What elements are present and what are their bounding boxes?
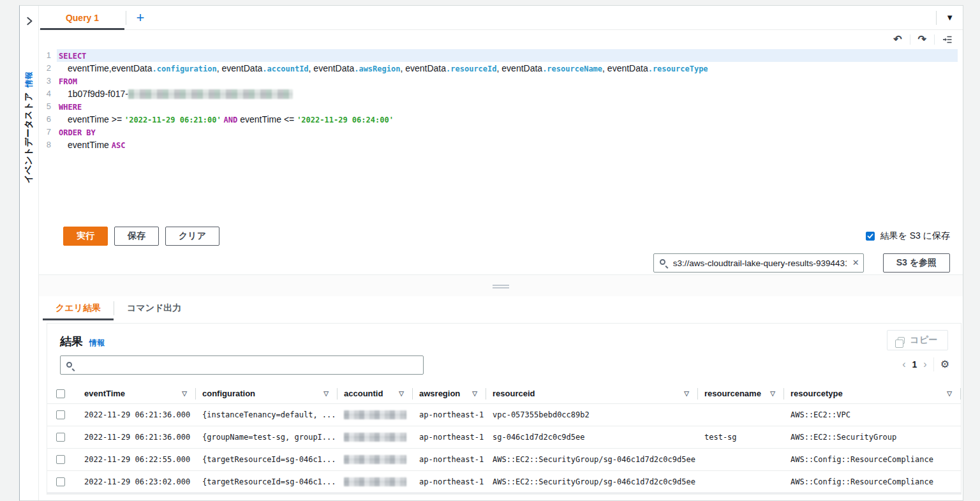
code-line[interactable]: 6eventTime >= '2022-11-29 06:21:00' AND … xyxy=(39,113,958,126)
cell-resourcename xyxy=(698,404,784,426)
toolbar-separator xyxy=(910,34,910,45)
code-token: eventTime,eventData xyxy=(68,63,152,73)
row-checkbox[interactable] xyxy=(56,410,65,419)
event-data-store-sidebar: イベントデータストア 情報 xyxy=(20,6,39,500)
redacted-value xyxy=(344,477,406,486)
code-token: eventTime xyxy=(68,140,112,150)
code-token: .accountId xyxy=(262,64,308,73)
code-line[interactable]: 1SELECT xyxy=(39,49,958,62)
cell-awsregion: ap-northeast-1 xyxy=(413,471,486,493)
redacted-value xyxy=(344,433,406,442)
sql-editor[interactable]: 1SELECT2eventTime,eventData.configuratio… xyxy=(39,49,958,225)
cell-resourcename xyxy=(698,471,784,493)
line-number: 2 xyxy=(39,62,57,75)
code-token: '2022-11-29 06:21:00' xyxy=(124,116,221,124)
copy-button-label: コピー xyxy=(910,334,937,346)
select-all-checkbox[interactable] xyxy=(56,389,65,398)
code-line[interactable]: 3FROM xyxy=(39,75,958,87)
clear-button[interactable]: クリア xyxy=(165,227,219,246)
search-icon xyxy=(660,259,665,265)
clear-s3-path-icon[interactable]: ✕ xyxy=(852,258,859,267)
row-checkbox[interactable] xyxy=(56,433,65,442)
filter-icon[interactable]: ▽ xyxy=(399,390,404,397)
results-info-link[interactable]: 情報 xyxy=(89,338,105,348)
s3-path-row: ✕ S3 を参照 xyxy=(653,253,950,273)
next-page-icon[interactable]: › xyxy=(923,359,926,370)
line-number: 6 xyxy=(39,113,57,126)
code-line[interactable]: 8eventTime ASC xyxy=(39,138,958,151)
column-header-resourcename[interactable]: resourcename▽ xyxy=(698,384,784,403)
run-button[interactable]: 実行 xyxy=(63,227,108,246)
select-all-cell xyxy=(47,384,78,403)
s3-path-input[interactable] xyxy=(673,258,847,268)
copy-button[interactable]: コピー xyxy=(887,330,948,350)
sidebar-info-link[interactable]: 情報 xyxy=(24,72,34,87)
filter-icon[interactable]: ▽ xyxy=(472,390,477,397)
row-select-cell xyxy=(47,449,78,470)
tab-command-output[interactable]: コマンド出力 xyxy=(114,296,194,320)
filter-icon[interactable]: ▽ xyxy=(684,390,689,397)
row-checkbox[interactable] xyxy=(56,455,65,464)
cell-configuration: {groupName=test-sg, groupI... xyxy=(196,426,338,448)
code-token: WHERE xyxy=(59,103,82,112)
redo-icon[interactable]: ↷ xyxy=(918,34,926,45)
sidebar-expand-button[interactable] xyxy=(22,13,37,30)
code-token: 1b07f9d9-f017- xyxy=(68,89,128,99)
results-card: 結果 情報 コピー ‹ 1 › ⚙ xyxy=(47,323,961,495)
cell-resourceid: sg-046c1d7d2c0c9d5ee xyxy=(486,426,698,448)
panel-content: Query 1 + ▼ ↶ ↷ 1S xyxy=(39,6,963,500)
code-line[interactable]: 5WHERE xyxy=(39,100,958,113)
prev-page-icon[interactable]: ‹ xyxy=(902,359,905,370)
column-header-accountid[interactable]: accountid▽ xyxy=(338,384,413,403)
code-token: .configuration xyxy=(152,64,217,73)
filter-icon[interactable]: ▽ xyxy=(182,390,187,397)
column-header-awsregion[interactable]: awsregion▽ xyxy=(413,384,486,403)
column-label: accountid xyxy=(344,389,383,398)
column-header-resourcetype[interactable]: resourcetype▽ xyxy=(784,384,961,403)
tab-query-1[interactable]: Query 1 xyxy=(39,6,126,29)
cell-awsregion: ap-northeast-1 xyxy=(413,449,486,470)
save-button[interactable]: 保存 xyxy=(114,227,159,246)
save-to-s3-checkbox[interactable] xyxy=(866,232,875,241)
cell-resourcetype: AWS::Config::ResourceCompliance xyxy=(784,471,961,493)
column-header-eventTime[interactable]: eventTime▽ xyxy=(78,384,196,403)
cell-resourcetype: AWS::Config::ResourceCompliance xyxy=(784,449,961,470)
filter-icon[interactable]: ▽ xyxy=(323,390,329,397)
query-menu-caret-icon[interactable]: ▼ xyxy=(946,13,954,22)
results-tab-bar: クエリ結果 コマンド出力 xyxy=(43,296,194,320)
code-line[interactable]: 41b07f9d9-f017- xyxy=(39,87,958,100)
tab-query-results[interactable]: クエリ結果 xyxy=(43,296,114,320)
event-data-store-label: イベントデータストア xyxy=(23,93,34,184)
column-label: resourcename xyxy=(704,389,761,398)
filter-icon[interactable]: ▽ xyxy=(947,390,952,397)
filter-icon[interactable]: ▽ xyxy=(770,390,775,397)
column-header-configuration[interactable]: configuration▽ xyxy=(196,384,338,403)
column-header-resourceid[interactable]: resourceid▽ xyxy=(486,384,698,403)
cell-resourcetype: AWS::EC2::VPC xyxy=(784,404,961,426)
code-line[interactable]: 7ORDER BY xyxy=(39,126,958,138)
line-number: 5 xyxy=(39,100,57,113)
format-sql-icon[interactable] xyxy=(942,34,953,45)
code-line-content: SELECT xyxy=(57,49,958,62)
results-filter-input[interactable] xyxy=(61,356,423,374)
undo-icon[interactable]: ↶ xyxy=(893,34,902,45)
pagination: ‹ 1 › ⚙ xyxy=(902,357,949,371)
active-tab-underline xyxy=(40,28,124,30)
code-line[interactable]: 2eventTime,eventData.configuration, even… xyxy=(39,62,958,75)
line-number: 8 xyxy=(39,138,57,151)
gear-icon[interactable]: ⚙ xyxy=(940,359,949,370)
add-query-tab-button[interactable]: + xyxy=(126,6,154,29)
current-page[interactable]: 1 xyxy=(912,359,917,370)
row-checkbox[interactable] xyxy=(56,477,65,486)
row-select-cell xyxy=(47,404,78,426)
save-to-s3-label: 結果を S3 に保存 xyxy=(880,230,950,242)
code-token: eventTime <= xyxy=(237,114,297,124)
code-token: , eventData xyxy=(309,63,355,73)
browse-s3-button[interactable]: S3 を参照 xyxy=(883,253,950,273)
row-select-cell xyxy=(47,426,78,448)
code-token: , eventData xyxy=(602,63,648,73)
cell-accountid xyxy=(338,426,413,448)
resize-handle[interactable] xyxy=(493,283,509,290)
code-token: ASC xyxy=(112,141,126,150)
table-row: 2022-11-29 06:22:55.000{targetResourceId… xyxy=(47,449,961,471)
